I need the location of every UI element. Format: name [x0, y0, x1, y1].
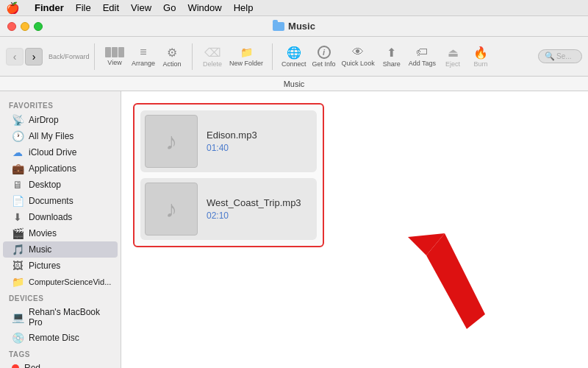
- menu-bar: 🍎 Finder File Edit View Go Window Help: [0, 0, 588, 16]
- finder-menu[interactable]: Finder: [35, 2, 64, 13]
- new-folder-label: New Folder: [229, 60, 263, 67]
- arrange-button[interactable]: ≡ Arrange: [132, 46, 155, 67]
- sidebar-item-downloads[interactable]: ⬇ Downloads: [3, 209, 118, 225]
- burn-label: Burn: [474, 60, 488, 68]
- sidebar-item-computerscience[interactable]: 📁 ComputerScienceVid...: [3, 274, 118, 290]
- movies-icon: 🎬: [12, 227, 24, 239]
- all-my-files-icon: 🕐: [12, 130, 24, 142]
- music-label: Music: [29, 244, 51, 255]
- sidebar-item-desktop[interactable]: 🖥 Desktop: [3, 177, 118, 193]
- eject-button[interactable]: ⏏ Eject: [442, 46, 464, 68]
- delete-label: Delete: [203, 60, 222, 68]
- divider-1: [94, 43, 95, 70]
- delete-button[interactable]: ⌫ Delete: [201, 46, 223, 68]
- quick-look-label: Quick Look: [342, 60, 375, 67]
- forward-button[interactable]: ›: [25, 48, 43, 66]
- back-button[interactable]: ‹: [6, 48, 24, 66]
- downloads-label: Downloads: [29, 212, 72, 222]
- icloud-icon: ☁: [12, 146, 24, 158]
- title-label: Music: [288, 21, 315, 32]
- share-button[interactable]: ⬆ Share: [381, 46, 403, 68]
- file-thumb-edison: [145, 115, 198, 168]
- svg-marker-4: [426, 233, 485, 329]
- window-menu[interactable]: Window: [187, 2, 221, 13]
- music-icon: 🎵: [12, 244, 24, 255]
- action-label: Action: [163, 60, 182, 68]
- go-menu[interactable]: Go: [163, 2, 176, 13]
- view-label: View: [107, 59, 121, 66]
- divider-2: [192, 43, 193, 70]
- remote-disc-label: Remote Disc: [29, 333, 79, 343]
- sidebar-item-macbook[interactable]: 💻 Rehan's MacBook Pro: [3, 305, 118, 330]
- window-controls: [7, 22, 43, 31]
- search-label: Se...: [556, 52, 572, 60]
- file-grid: Edison.mp3 01:40 West_Coast_Trip.mp3 02:…: [133, 103, 324, 247]
- get-info-label: Get Info: [312, 60, 336, 68]
- macbook-label: Rehan's MacBook Pro: [29, 307, 109, 328]
- file-item-edison[interactable]: Edison.mp3 01:40: [140, 110, 317, 172]
- cs-icon: 📁: [12, 276, 24, 288]
- tag-red-label: Red: [24, 363, 40, 368]
- file-item-west-coast[interactable]: West_Coast_Trip.mp3 02:10: [140, 178, 317, 240]
- documents-label: Documents: [29, 196, 74, 206]
- back-forward-label: Back/Forward: [49, 53, 85, 60]
- new-folder-button[interactable]: 📁 New Folder: [229, 46, 263, 67]
- file-menu[interactable]: File: [76, 2, 91, 13]
- close-button[interactable]: [7, 22, 16, 31]
- tag-red-dot: [12, 364, 19, 368]
- add-tags-label: Add Tags: [409, 60, 436, 67]
- path-bar: Music: [0, 77, 588, 91]
- macbook-icon: 💻: [12, 311, 24, 323]
- applications-icon: 💼: [12, 163, 24, 174]
- file-area: Edison.mp3 01:40 West_Coast_Trip.mp3 02:…: [121, 91, 588, 368]
- documents-icon: 📄: [12, 195, 24, 207]
- icloud-label: iCloud Drive: [29, 147, 76, 158]
- help-menu[interactable]: Help: [234, 2, 254, 13]
- sidebar-item-all-my-files[interactable]: 🕐 All My Files: [3, 128, 118, 144]
- edit-menu[interactable]: Edit: [103, 2, 119, 13]
- apple-menu[interactable]: 🍎: [6, 1, 20, 15]
- share-label: Share: [383, 60, 401, 68]
- file-duration-west-coast: 02:10: [207, 210, 301, 221]
- sidebar-item-pictures[interactable]: 🖼 Pictures: [3, 258, 118, 274]
- devices-header: Devices: [0, 290, 121, 305]
- folder-icon: [273, 22, 284, 31]
- sidebar-item-airdrop[interactable]: 📡 AirDrop: [3, 112, 118, 128]
- divider-3: [272, 43, 273, 70]
- sidebar-item-remote-disc[interactable]: 💿 Remote Disc: [3, 330, 118, 346]
- main-area: Favorites 📡 AirDrop 🕐 All My Files ☁ iCl…: [0, 91, 588, 368]
- get-info-button[interactable]: i Get Info: [312, 46, 336, 68]
- connect-button[interactable]: 🌐 Connect: [282, 46, 306, 68]
- all-my-files-label: All My Files: [29, 131, 74, 141]
- sidebar-item-icloud-drive[interactable]: ☁ iCloud Drive: [3, 144, 118, 160]
- toolbar: ‹ › Back/Forward View ≡ Arrange ⚙ Action…: [0, 37, 588, 77]
- arrange-label: Arrange: [132, 60, 155, 67]
- file-name-west-coast: West_Coast_Trip.mp3: [207, 197, 301, 208]
- maximize-button[interactable]: [34, 22, 43, 31]
- remote-disc-icon: 💿: [12, 332, 24, 344]
- quick-look-button[interactable]: 👁 Quick Look: [342, 46, 375, 67]
- sidebar-item-tag-red[interactable]: Red: [3, 361, 118, 368]
- view-button[interactable]: View: [104, 47, 126, 66]
- favorites-header: Favorites: [0, 97, 121, 112]
- movies-label: Movies: [29, 228, 57, 238]
- sidebar-item-movies[interactable]: 🎬 Movies: [3, 225, 118, 241]
- cs-label: ComputerScienceVid...: [29, 277, 111, 286]
- sidebar-item-music[interactable]: 🎵 Music: [3, 241, 118, 258]
- desktop-label: Desktop: [29, 180, 61, 190]
- applications-label: Applications: [29, 163, 76, 174]
- add-tags-button[interactable]: 🏷 Add Tags: [409, 46, 436, 67]
- minimize-button[interactable]: [21, 22, 29, 31]
- red-arrow: [404, 233, 485, 331]
- sidebar: Favorites 📡 AirDrop 🕐 All My Files ☁ iCl…: [0, 91, 121, 368]
- view-menu[interactable]: View: [131, 2, 151, 13]
- sidebar-item-applications[interactable]: 💼 Applications: [3, 160, 118, 177]
- sidebar-item-documents[interactable]: 📄 Documents: [3, 193, 118, 209]
- action-button[interactable]: ⚙ Action: [161, 46, 183, 68]
- downloads-icon: ⬇: [12, 211, 24, 223]
- file-name-edison: Edison.mp3: [207, 130, 257, 141]
- file-thumb-west-coast: [145, 183, 198, 236]
- search-bar[interactable]: 🔍 Se...: [538, 49, 582, 63]
- pictures-label: Pictures: [29, 261, 60, 271]
- burn-button[interactable]: 🔥 Burn: [470, 46, 492, 68]
